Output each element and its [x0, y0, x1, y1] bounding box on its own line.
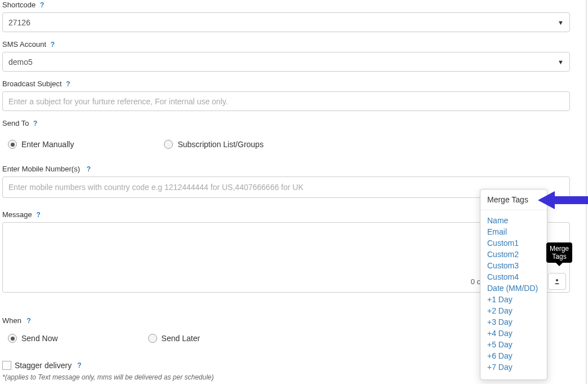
merge-tag-item[interactable]: Custom4 [487, 271, 540, 283]
send-to-manual-radio[interactable]: Enter Manually [8, 140, 74, 149]
broadcast-subject-input[interactable] [2, 91, 570, 111]
radio-icon [148, 334, 157, 343]
help-icon[interactable]: ? [77, 361, 81, 369]
shortcode-select[interactable]: 27126 ▼ [2, 12, 570, 32]
message-label: Message [2, 210, 32, 219]
merge-tags-header: Merge Tags [480, 189, 547, 210]
radio-icon [164, 140, 173, 149]
chevron-down-icon: ▼ [558, 19, 564, 26]
tooltip-line2: Tags [552, 253, 566, 261]
merge-tag-item[interactable]: +2 Day [487, 305, 540, 316]
merge-tag-item[interactable]: Name [487, 215, 540, 226]
merge-tags-button[interactable] [548, 273, 566, 290]
help-icon[interactable]: ? [51, 41, 55, 48]
pointer-arrow-icon [538, 189, 588, 213]
stagger-checkbox[interactable] [2, 361, 11, 370]
broadcast-subject-label: Broadcast Subject [2, 80, 62, 88]
help-icon[interactable]: ? [87, 165, 91, 173]
merge-tag-item[interactable]: +7 Day [487, 361, 540, 373]
svg-point-0 [556, 279, 558, 281]
merge-tag-item[interactable]: Custom3 [487, 260, 540, 271]
send-to-label: Send To [2, 119, 29, 127]
stagger-label: Stagger delivery [15, 361, 72, 370]
when-send-later-radio[interactable]: Send Later [148, 334, 201, 343]
mobile-numbers-label: Enter Mobile Number(s) [2, 165, 80, 173]
sms-account-label: SMS Account [2, 40, 46, 48]
sms-account-select[interactable]: demo5 ▼ [2, 52, 570, 72]
merge-tag-item[interactable]: +4 Day [487, 328, 540, 339]
tooltip-line1: Merge [550, 245, 569, 253]
shortcode-value: 27126 [8, 18, 30, 27]
user-icon [554, 278, 560, 285]
svg-marker-1 [538, 191, 588, 209]
sms-account-value: demo5 [8, 58, 33, 67]
send-to-manual-label: Enter Manually [21, 140, 74, 149]
merge-tag-item[interactable]: Custom2 [487, 249, 540, 260]
merge-tag-item[interactable]: +1 Day [487, 294, 540, 305]
help-icon[interactable]: ? [66, 80, 70, 88]
when-send-later-label: Send Later [162, 334, 201, 343]
when-label: When [2, 316, 21, 325]
merge-tags-tooltip: Merge Tags [546, 242, 572, 263]
help-icon[interactable]: ? [33, 120, 37, 127]
help-icon[interactable]: ? [27, 317, 31, 325]
merge-tag-item[interactable]: Email [487, 226, 540, 237]
chevron-down-icon: ▼ [558, 59, 564, 65]
merge-tag-item[interactable]: +3 Day [487, 316, 540, 328]
merge-tags-dropdown: Merge Tags NameEmailCustom1Custom2Custom… [480, 189, 547, 380]
merge-tag-item[interactable]: +5 Day [487, 339, 540, 350]
help-icon[interactable]: ? [40, 1, 44, 9]
when-send-now-label: Send Now [21, 334, 58, 343]
radio-icon [8, 334, 17, 343]
merge-tag-item[interactable]: +6 Day [487, 350, 540, 361]
merge-tag-item[interactable]: Date (MM/DD) [487, 283, 540, 294]
merge-tag-item[interactable]: Custom1 [487, 237, 540, 249]
radio-icon [8, 140, 17, 149]
send-to-list-label: Subscription List/Groups [177, 140, 264, 149]
shortcode-label: Shortcode [2, 1, 35, 9]
when-send-now-radio[interactable]: Send Now [8, 334, 58, 343]
help-icon[interactable]: ? [36, 211, 40, 219]
send-to-list-radio[interactable]: Subscription List/Groups [164, 140, 264, 149]
